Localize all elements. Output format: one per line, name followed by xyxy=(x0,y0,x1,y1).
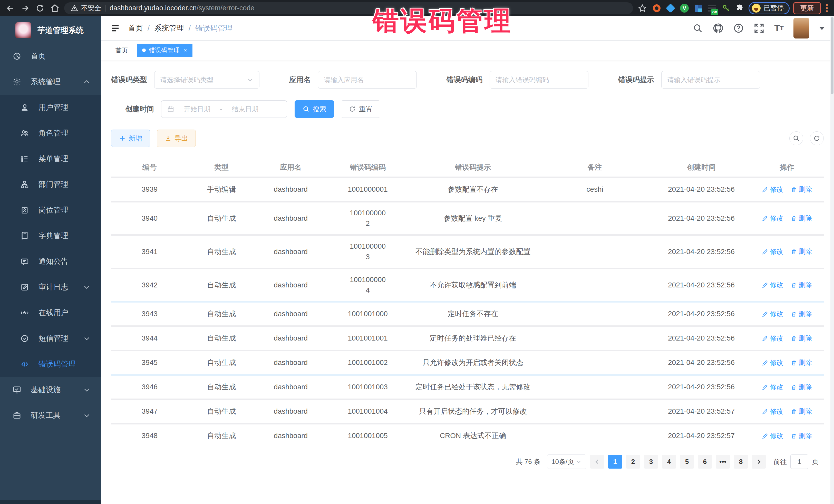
browser-menu-icon[interactable] xyxy=(825,4,829,12)
app-name-input[interactable] xyxy=(324,76,411,84)
edit-link[interactable]: 修改 xyxy=(762,309,784,319)
page-button-6[interactable]: 6 xyxy=(698,455,712,468)
extension-tampermonkey-icon[interactable]: on xyxy=(707,3,717,13)
page-scrollbar[interactable] xyxy=(830,16,834,504)
start-date-input[interactable] xyxy=(178,105,216,113)
browser-back-icon[interactable] xyxy=(5,3,16,14)
edit-link[interactable]: 修改 xyxy=(762,247,784,257)
extension-orange-icon[interactable] xyxy=(652,3,662,13)
extension-grid-icon[interactable] xyxy=(693,3,703,13)
user-menu-caret-icon[interactable] xyxy=(819,27,825,30)
delete-link[interactable]: 删除 xyxy=(791,185,812,195)
cell-hint: 参数配置 key 重复 xyxy=(409,213,537,224)
extension-gem-icon[interactable] xyxy=(665,3,676,13)
toggle-search-button[interactable] xyxy=(789,131,803,145)
sidebar-item-菜单管理[interactable]: 菜单管理 xyxy=(0,146,101,172)
sidebar-item-错误码管理[interactable]: 错误码管理 xyxy=(0,351,101,377)
sidebar-item-用户管理[interactable]: 用户管理 xyxy=(0,95,101,120)
edit-link[interactable]: 修改 xyxy=(762,382,784,392)
profile-paused-badge[interactable]: 已暂停 xyxy=(749,2,790,14)
github-icon[interactable] xyxy=(712,23,723,34)
sidebar-item-角色管理[interactable]: 角色管理 xyxy=(0,120,101,146)
error-type-select[interactable] xyxy=(154,71,259,89)
delete-link[interactable]: 删除 xyxy=(791,358,812,368)
breadcrumb-item[interactable]: 首页 xyxy=(128,23,143,34)
sidebar-item-基础设施[interactable]: 基础设施 xyxy=(0,377,101,403)
edit-link[interactable]: 修改 xyxy=(762,358,784,368)
bookmark-star-icon[interactable] xyxy=(637,3,648,14)
sidebar-item-研发工具[interactable]: 研发工具 xyxy=(0,403,101,428)
scrollbar-thumb[interactable] xyxy=(831,17,833,94)
browser-home-icon[interactable] xyxy=(49,3,61,14)
edit-link[interactable]: 修改 xyxy=(762,280,784,290)
edit-link[interactable]: 修改 xyxy=(762,185,784,195)
search-button[interactable]: 搜索 xyxy=(294,100,334,118)
delete-link[interactable]: 删除 xyxy=(791,431,812,441)
delete-link[interactable]: 删除 xyxy=(791,247,812,257)
hamburger-icon[interactable] xyxy=(110,23,120,34)
sidebar-item-字典管理[interactable]: 字典管理 xyxy=(0,223,101,249)
edit-link[interactable]: 修改 xyxy=(762,334,784,343)
page-button-8[interactable]: 8 xyxy=(734,455,748,468)
export-button[interactable]: 导出 xyxy=(157,130,196,147)
page-button-5[interactable]: 5 xyxy=(680,455,694,468)
fullscreen-icon[interactable] xyxy=(754,23,765,34)
extension-key-icon[interactable] xyxy=(721,3,731,13)
sidebar-item-系统管理[interactable]: 系统管理 xyxy=(0,69,101,95)
breadcrumb-item[interactable]: 系统管理 xyxy=(154,23,184,34)
app-logo[interactable]: 芋道管理系统 xyxy=(0,16,101,43)
browser-update-button[interactable]: 更新 xyxy=(793,2,821,14)
sidebar-item-审计日志[interactable]: 审计日志 xyxy=(0,274,101,300)
sidebar-item-在线用户[interactable]: 在线用户 xyxy=(0,300,101,326)
page-size-select[interactable]: 10条/页 xyxy=(547,455,586,469)
page-button-1[interactable]: 1 xyxy=(608,455,622,468)
error-hint-field[interactable] xyxy=(661,71,760,89)
sidebar-collapse-bar[interactable] xyxy=(0,500,101,504)
delete-link[interactable]: 删除 xyxy=(791,280,812,290)
edit-link[interactable]: 修改 xyxy=(762,407,784,416)
search-icon[interactable] xyxy=(693,23,703,34)
edit-link[interactable]: 修改 xyxy=(762,214,784,223)
error-type-select-input[interactable] xyxy=(160,76,247,84)
user-avatar[interactable] xyxy=(793,18,809,39)
page-button-2[interactable]: 2 xyxy=(626,455,640,468)
delete-link[interactable]: 删除 xyxy=(791,309,812,319)
address-bar[interactable]: 不安全 dashboard.yudao.iocoder.cn/system/er… xyxy=(64,2,633,14)
delete-link[interactable]: 删除 xyxy=(791,407,812,416)
delete-link[interactable]: 删除 xyxy=(791,334,812,343)
refresh-table-button[interactable] xyxy=(810,131,824,145)
delete-link[interactable]: 删除 xyxy=(791,214,812,223)
browser-forward-icon[interactable] xyxy=(20,3,31,14)
help-icon[interactable] xyxy=(733,23,744,34)
page-button-3[interactable]: 3 xyxy=(644,455,658,468)
tag-首页[interactable]: 首页 xyxy=(110,44,133,57)
sidebar-item-通知公告[interactable]: 通知公告 xyxy=(0,249,101,274)
end-date-input[interactable] xyxy=(226,105,264,113)
browser-reload-icon[interactable] xyxy=(35,3,46,14)
next-page-button[interactable] xyxy=(752,455,766,468)
reset-button[interactable]: 重置 xyxy=(341,100,380,118)
close-tag-icon[interactable]: × xyxy=(184,47,187,53)
page-button-•••[interactable]: ••• xyxy=(716,455,730,468)
extensions-puzzle-icon[interactable] xyxy=(735,3,745,13)
extension-green-icon[interactable]: V xyxy=(679,3,689,13)
prev-page-button[interactable] xyxy=(590,455,604,468)
sidebar-item-短信管理[interactable]: 短信管理 xyxy=(0,326,101,351)
chevron-down-icon xyxy=(82,283,91,291)
app-name-field[interactable] xyxy=(318,71,417,89)
sidebar-item-部门管理[interactable]: 部门管理 xyxy=(0,172,101,197)
error-code-input[interactable] xyxy=(496,76,583,84)
date-range-picker[interactable]: - xyxy=(161,100,287,118)
error-hint-input[interactable] xyxy=(667,76,754,84)
edit-link[interactable]: 修改 xyxy=(762,431,784,441)
page-button-4[interactable]: 4 xyxy=(662,455,676,468)
delete-link[interactable]: 删除 xyxy=(791,382,812,392)
sidebar-item-岗位管理[interactable]: 岗位管理 xyxy=(0,197,101,223)
tag-错误码管理[interactable]: 错误码管理× xyxy=(137,44,193,57)
error-code-field[interactable] xyxy=(490,71,588,89)
site-security-indicator[interactable]: 不安全 xyxy=(71,4,101,13)
font-size-icon[interactable]: TT xyxy=(774,23,784,34)
add-button[interactable]: 新增 xyxy=(111,130,150,147)
sidebar-item-首页[interactable]: 首页 xyxy=(0,43,101,69)
goto-page-input[interactable] xyxy=(790,455,808,469)
